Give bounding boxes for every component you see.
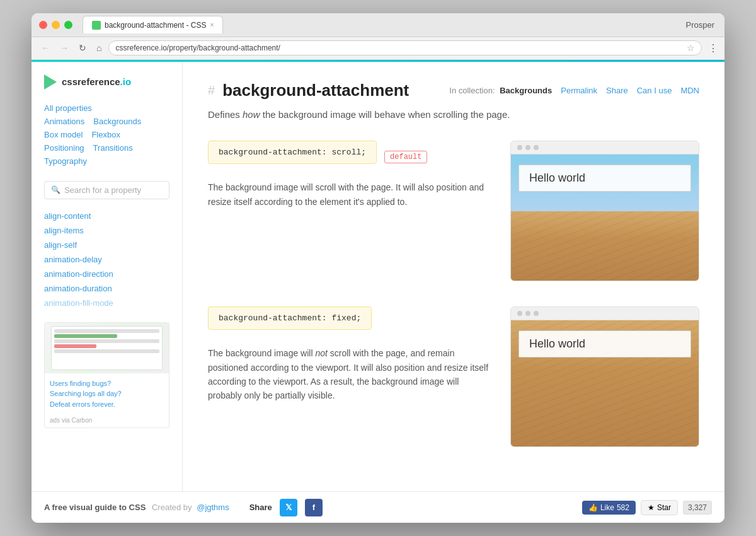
maximize-button[interactable] <box>64 21 72 29</box>
property-item[interactable]: animation-duration <box>44 282 169 295</box>
sidebar-item-flexbox[interactable]: Flexbox <box>91 130 120 139</box>
collection-prefix: In collection: <box>449 86 495 95</box>
main-layout: cssreference.io All properties Animation… <box>32 62 724 492</box>
code-block-fixed: background-attachment: fixed; <box>208 306 372 330</box>
menu-icon[interactable]: ⋮ <box>708 42 718 54</box>
mock-dot-1 <box>517 145 522 150</box>
ad-line-2 <box>54 334 117 338</box>
property-item[interactable]: animation-delay <box>44 253 169 266</box>
thumbs-up-icon: 👍 <box>588 503 598 512</box>
property-item[interactable]: animation-direction <box>44 267 169 281</box>
minimize-button[interactable] <box>52 21 60 29</box>
hello-text-1: Hello world <box>529 172 585 184</box>
not-italic: not <box>315 348 327 358</box>
beach-detail-1 <box>511 211 699 281</box>
content-area: # background-attachment In collection: B… <box>183 62 724 492</box>
footer-guide: A free visual guide to CSS Created by @j… <box>44 503 229 512</box>
traffic-lights <box>39 21 72 29</box>
mock-dot-3 <box>534 145 539 150</box>
twitter-share-button[interactable]: 𝕏 <box>280 499 297 516</box>
permalink-link[interactable]: Permalink <box>561 86 597 95</box>
collection-name: Backgrounds <box>500 86 552 95</box>
property-item[interactable]: align-content <box>44 209 169 223</box>
sidebar-item-backgrounds[interactable]: Backgrounds <box>93 117 141 126</box>
nav-row-5: Typography <box>44 156 169 166</box>
property-description: Defines how the background image will be… <box>208 108 699 122</box>
ad-image-inner <box>51 326 163 370</box>
property-item[interactable]: animation-fill-mode <box>44 296 169 310</box>
url-text: cssreference.io/property/background-atta… <box>115 44 684 52</box>
nav-bar: ← → ↻ ⌂ cssreference.io/property/backgro… <box>32 37 724 60</box>
bookmark-icon[interactable]: ☆ <box>687 43 695 53</box>
code-row-2: background-attachment: fixed; <box>208 306 491 339</box>
ads-label: ads via Carbon <box>45 414 169 428</box>
browser-mock-1: Hello world <box>510 141 699 281</box>
back-button[interactable]: ← <box>38 42 53 54</box>
demo-right-2: Hello world <box>510 306 699 447</box>
browser-mock-2: Hello world <box>510 306 699 447</box>
property-title: background-attachment <box>222 81 409 100</box>
ad-image <box>45 323 169 373</box>
like-button[interactable]: 👍 Like 582 <box>582 501 636 515</box>
code-row-1: background-attachment: scroll; default <box>208 141 491 173</box>
ad-line-1 <box>54 329 159 333</box>
collection-label: In collection: Backgrounds <box>449 86 552 95</box>
search-icon: 🔍 <box>51 185 60 194</box>
demo-desc-1: The background image will scroll with th… <box>208 180 491 209</box>
demo-left-2: background-attachment: fixed; The backgr… <box>208 306 491 403</box>
star-label: Star <box>657 503 671 512</box>
tab-title: background-attachment - CSS <box>105 21 206 30</box>
demo-desc-2: The background image will not scroll wit… <box>208 346 491 403</box>
sidebar-item-all-properties[interactable]: All properties <box>44 103 92 113</box>
mock-dot-4 <box>517 311 522 316</box>
code-block-scroll: background-attachment: scroll; <box>208 141 377 164</box>
demo-left-1: background-attachment: scroll; default T… <box>208 141 491 209</box>
forward-button[interactable]: → <box>57 42 72 54</box>
sidebar-item-typography[interactable]: Typography <box>44 156 87 166</box>
ad-text[interactable]: Users finding bugs?Searching logs all da… <box>45 373 169 415</box>
property-list: align-content align-items align-self ani… <box>44 209 169 310</box>
home-button[interactable]: ⌂ <box>93 42 105 54</box>
hash-symbol: # <box>208 83 215 98</box>
hello-box-2: Hello world <box>518 330 691 358</box>
sidebar-item-box-model[interactable]: Box model <box>44 130 83 139</box>
share-link[interactable]: Share <box>606 86 628 95</box>
close-button[interactable] <box>39 21 47 29</box>
property-item[interactable]: align-self <box>44 238 169 252</box>
logo-name: cssreference <box>62 76 120 87</box>
refresh-button[interactable]: ↻ <box>76 42 89 54</box>
search-input[interactable]: Search for a property <box>64 185 141 195</box>
nav-row-2: Animations Backgrounds <box>44 117 169 126</box>
description-italic: how <box>243 109 260 120</box>
like-label: Like <box>600 503 614 512</box>
mdn-link[interactable]: MDN <box>680 86 699 95</box>
facebook-share-button[interactable]: f <box>305 499 323 516</box>
footer: A free visual guide to CSS Created by @j… <box>32 491 724 523</box>
guide-label: A free visual guide to CSS <box>44 503 146 512</box>
creator-link[interactable]: @jgthms <box>197 503 229 512</box>
can-i-use-link[interactable]: Can I use <box>637 86 672 95</box>
demo-section-fixed: background-attachment: fixed; The backgr… <box>208 306 699 447</box>
header-meta: In collection: Backgrounds Permalink Sha… <box>449 86 699 95</box>
star-button[interactable]: ★ Star <box>641 500 678 515</box>
share-label: Share <box>249 503 272 512</box>
demo-right-1: Hello world <box>510 141 699 281</box>
title-bar: background-attachment - CSS × Prosper <box>32 13 724 37</box>
url-bar[interactable]: cssreference.io/property/background-atta… <box>108 40 702 55</box>
hello-box-1: Hello world <box>518 165 691 192</box>
sidebar-item-animations[interactable]: Animations <box>44 117 84 126</box>
tab-close-icon[interactable]: × <box>210 21 214 28</box>
search-box[interactable]: 🔍 Search for a property <box>44 181 169 199</box>
ad-box: Users finding bugs?Searching logs all da… <box>44 322 169 429</box>
like-count: 582 <box>617 503 629 512</box>
browser-tab[interactable]: background-attachment - CSS × <box>83 16 223 33</box>
browser-window: background-attachment - CSS × Prosper ← … <box>32 13 724 523</box>
sidebar-item-transitions[interactable]: Transitions <box>93 143 133 153</box>
property-item[interactable]: align-items <box>44 224 169 237</box>
footer-right: 👍 Like 582 ★ Star 3,327 <box>582 500 712 515</box>
mock-content-1: Hello world <box>511 154 699 281</box>
tab-bar: background-attachment - CSS × <box>83 16 223 33</box>
logo-icon <box>44 74 57 90</box>
sidebar-item-positioning[interactable]: Positioning <box>44 143 84 153</box>
ad-line-3 <box>54 339 159 343</box>
